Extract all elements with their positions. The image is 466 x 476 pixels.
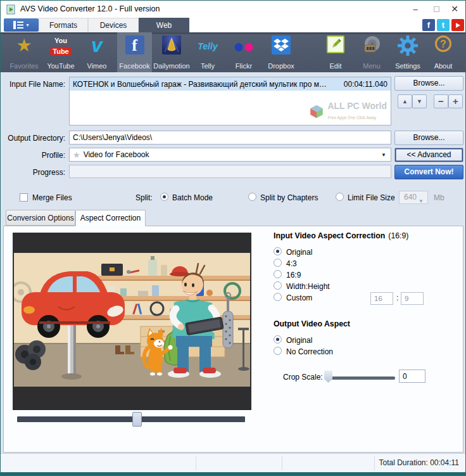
title-bar: AVS Video Converter 12.0 - Full version … bbox=[1, 1, 465, 18]
gear-icon bbox=[398, 35, 418, 58]
move-down-button[interactable]: ▼ bbox=[412, 94, 427, 108]
seek-slider-track[interactable] bbox=[17, 416, 245, 422]
split-chapters-radio[interactable] bbox=[248, 193, 256, 201]
toolbar-settings[interactable]: Settings bbox=[388, 32, 427, 72]
status-separator bbox=[196, 456, 196, 470]
toolbar-about[interactable]: ? About bbox=[427, 32, 459, 72]
file-size-select[interactable]: 640 ▼ bbox=[399, 191, 428, 204]
watermark-title: ALL PC World bbox=[327, 101, 387, 110]
progress-bar bbox=[69, 165, 391, 178]
menu-list-icon bbox=[13, 21, 23, 29]
browse-output-button[interactable]: Browse... bbox=[394, 131, 463, 145]
telly-icon: Telly bbox=[198, 35, 217, 57]
tab-aspect-correction[interactable]: Aspect Correction bbox=[75, 210, 146, 226]
tab-conversion-options[interactable]: Conversion Options bbox=[6, 210, 75, 226]
youtube-icon: YouTube bbox=[50, 37, 71, 56]
input-aspect-original-radio[interactable] bbox=[274, 247, 282, 255]
merge-files-checkbox[interactable] bbox=[20, 193, 28, 202]
custom-height-input[interactable] bbox=[401, 292, 424, 305]
output-dir-input[interactable] bbox=[69, 131, 391, 145]
toolbar-facebook[interactable]: f Facebook bbox=[117, 32, 152, 72]
close-button[interactable]: ✕ bbox=[445, 1, 464, 18]
input-aspect-43-label[interactable]: 4:3 bbox=[286, 259, 297, 268]
vimeo-icon: v bbox=[91, 35, 103, 55]
size-unit-label: Mb bbox=[434, 193, 444, 202]
toolbar-dropbox[interactable]: Dropbox bbox=[262, 32, 300, 72]
advanced-button[interactable]: << Advanced bbox=[394, 148, 463, 162]
question-icon: ? bbox=[435, 35, 451, 52]
toolbar-youtube[interactable]: YouTube YouTube bbox=[42, 32, 79, 72]
input-aspect-custom-label[interactable]: Custom bbox=[286, 293, 312, 302]
crop-scale-value-input[interactable] bbox=[399, 370, 425, 383]
play-icon bbox=[456, 23, 460, 28]
limit-size-label[interactable]: Limit File Size bbox=[348, 193, 395, 202]
maximize-icon bbox=[434, 6, 439, 12]
status-separator bbox=[282, 456, 282, 470]
input-aspect-original-label[interactable]: Original bbox=[286, 248, 312, 257]
crop-scale-slider-track[interactable] bbox=[325, 376, 395, 380]
crop-scale-slider-handle[interactable] bbox=[324, 371, 332, 383]
profile-star-icon: ★ bbox=[73, 150, 80, 160]
convert-now-button[interactable]: Convert Now! bbox=[394, 165, 463, 179]
batch-mode-label[interactable]: Batch Mode bbox=[172, 193, 213, 202]
split-label: Split: bbox=[135, 193, 153, 202]
custom-width-input[interactable] bbox=[370, 292, 393, 305]
output-aspect-heading: Output Video Aspect bbox=[274, 319, 350, 328]
input-aspect-custom-radio[interactable] bbox=[274, 293, 282, 301]
status-bar: Total Duration: 00:04:11 bbox=[1, 453, 465, 472]
profile-select[interactable]: ★ Video for Facebook ▼ bbox=[69, 148, 391, 162]
crop-scale-label: Crop Scale: bbox=[283, 373, 323, 382]
twitter-social-icon[interactable]: t bbox=[437, 19, 450, 31]
profile-value: Video for Facebook bbox=[84, 150, 149, 159]
output-aspect-nocorrection-label[interactable]: No Correction bbox=[286, 347, 333, 356]
merge-files-label: Merge Files bbox=[32, 193, 72, 202]
input-aspect-169-radio[interactable] bbox=[274, 270, 282, 278]
batch-mode-radio[interactable] bbox=[160, 193, 168, 201]
seek-slider-handle[interactable] bbox=[132, 412, 142, 427]
input-aspect-heading: Input Video Aspect Correction(16:9) bbox=[274, 231, 408, 240]
output-aspect-nocorrection-radio[interactable] bbox=[274, 347, 282, 355]
toolbar-menu[interactable]: Menu bbox=[355, 32, 388, 72]
input-aspect-note: (16:9) bbox=[388, 231, 408, 240]
input-file-list[interactable]: КОТЕНОК и Волшебный гараж - Развивающий … bbox=[69, 77, 391, 125]
ratio-separator: : bbox=[396, 293, 398, 302]
dropbox-icon bbox=[272, 35, 291, 55]
input-aspect-wh-label[interactable]: Width:Height bbox=[286, 282, 330, 291]
input-aspect-wh-radio[interactable] bbox=[274, 281, 282, 290]
split-chapters-label[interactable]: Split by Chapters bbox=[260, 193, 318, 202]
watermark-cube-icon bbox=[309, 104, 324, 119]
main-tab-bar: ▾ Formats Devices Web f t bbox=[1, 18, 465, 32]
tab-formats[interactable]: Formats bbox=[39, 18, 88, 32]
aspect-correction-panel: Input Video Aspect Correction(16:9) Orig… bbox=[3, 226, 463, 453]
toolbar-flickr[interactable]: Flickr bbox=[225, 32, 262, 72]
limit-size-radio[interactable] bbox=[336, 193, 344, 201]
tab-devices[interactable]: Devices bbox=[88, 18, 139, 32]
input-aspect-43-radio[interactable] bbox=[274, 259, 282, 267]
input-aspect-169-label[interactable]: 16:9 bbox=[286, 271, 301, 280]
browse-input-button[interactable]: Browse... bbox=[394, 76, 463, 91]
main-menu-button[interactable]: ▾ bbox=[4, 18, 39, 32]
toolbar-telly[interactable]: Telly Telly bbox=[191, 32, 224, 72]
move-up-button[interactable]: ▲ bbox=[398, 94, 412, 108]
facebook-icon: f bbox=[125, 35, 144, 55]
video-frame-cartoon bbox=[14, 253, 250, 387]
toolbar-favorites[interactable]: ★ Favorites bbox=[6, 32, 42, 72]
tab-web[interactable]: Web bbox=[139, 18, 189, 32]
video-preview bbox=[13, 233, 251, 410]
maximize-button[interactable] bbox=[427, 1, 445, 18]
youtube-social-icon[interactable] bbox=[451, 19, 464, 31]
toolbar-edit[interactable]: Edit bbox=[316, 32, 355, 72]
remove-file-button[interactable]: − bbox=[434, 94, 448, 108]
file-list-item[interactable]: КОТЕНОК и Волшебный гараж - Развивающий … bbox=[70, 77, 391, 91]
output-aspect-original-label[interactable]: Original bbox=[286, 336, 312, 345]
dropdown-arrow-icon: ▼ bbox=[381, 152, 386, 158]
toolbar-vimeo[interactable]: v Vimeo bbox=[79, 32, 115, 72]
watermark-subtitle: Free Apps One Click Away bbox=[327, 115, 376, 120]
add-file-button[interactable]: + bbox=[448, 94, 463, 108]
toolbar-dailymotion[interactable]: Dailymotion bbox=[152, 32, 191, 72]
app-window: AVS Video Converter 12.0 - Full version … bbox=[0, 0, 466, 476]
minimize-button[interactable]: – bbox=[406, 1, 425, 18]
progress-label: Progress: bbox=[1, 168, 65, 177]
output-aspect-original-radio[interactable] bbox=[274, 335, 282, 344]
facebook-social-icon[interactable]: f bbox=[422, 19, 435, 31]
